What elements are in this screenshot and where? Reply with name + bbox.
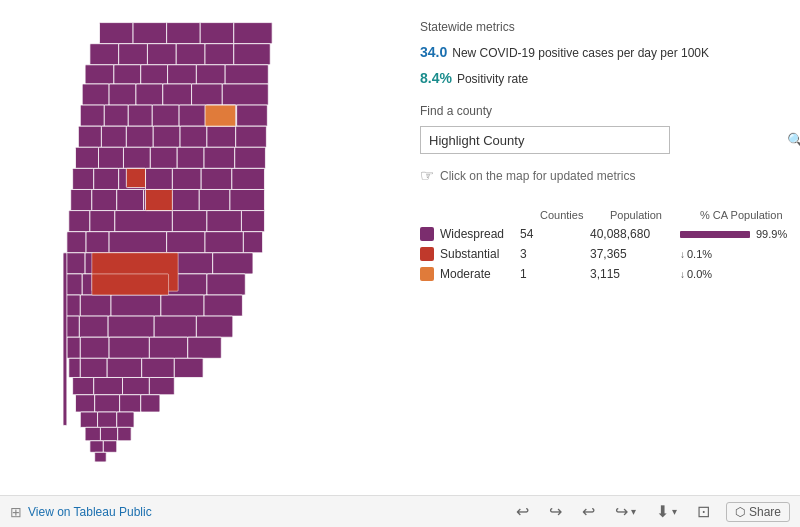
svg-rect-41	[177, 147, 204, 168]
svg-rect-119	[126, 168, 145, 187]
svg-rect-1	[133, 22, 167, 43]
main-container: Statewide metrics 34.0 New COVID-19 posi…	[0, 0, 800, 495]
svg-rect-92	[109, 337, 149, 358]
metric2-value: 8.4%	[420, 70, 452, 86]
substantial-pct: 0.1%	[687, 248, 712, 260]
svg-rect-107	[141, 394, 160, 411]
svg-rect-109	[98, 412, 117, 427]
svg-rect-117	[63, 252, 67, 425]
moderate-bar-container: ↓ 0.0%	[680, 268, 790, 280]
svg-rect-110	[117, 412, 134, 427]
substantial-pop: 37,365	[590, 247, 680, 261]
svg-rect-99	[174, 358, 203, 377]
metric2-row: 8.4% Positivity rate	[420, 70, 800, 86]
fullscreen-button[interactable]: ⊡	[693, 500, 714, 523]
share-label: Share	[749, 505, 781, 519]
svg-rect-94	[188, 337, 222, 358]
share-icon: ⬡	[735, 505, 745, 519]
svg-rect-47	[146, 168, 173, 189]
toolbar-right: ↩ ↪ ↩ ↪ ▾ ⬇ ▾ ⊡ ⬡ Share	[512, 500, 790, 523]
table-row: Widespread 54 40,088,680 99.9%	[420, 227, 800, 241]
svg-rect-50	[232, 168, 265, 189]
toolbar: ⊞ View on Tableau Public ↩ ↪ ↩ ↪ ▾ ⬇ ▾ ⊡…	[0, 495, 800, 527]
statewide-label: Statewide metrics	[420, 20, 800, 34]
data-table: Counties Population % CA Population Wide…	[420, 209, 800, 287]
svg-rect-4	[234, 22, 272, 43]
moderate-swatch	[420, 267, 434, 281]
svg-rect-35	[207, 126, 236, 147]
svg-rect-24	[104, 105, 128, 126]
svg-rect-45	[94, 168, 119, 189]
svg-rect-56	[199, 189, 230, 210]
svg-rect-95	[69, 358, 81, 377]
svg-rect-87	[108, 316, 154, 337]
svg-rect-21	[192, 83, 223, 104]
substantial-bar-container: ↓ 0.1%	[680, 248, 790, 260]
svg-rect-70	[66, 252, 85, 273]
widespread-bar-container: 99.9%	[680, 228, 790, 240]
svg-rect-104	[76, 394, 95, 411]
svg-rect-33	[153, 126, 180, 147]
svg-rect-105	[95, 394, 120, 411]
search-input[interactable]	[420, 126, 670, 154]
svg-rect-14	[168, 64, 197, 83]
widespread-bar	[680, 231, 750, 238]
svg-rect-39	[123, 147, 150, 168]
svg-rect-85	[66, 316, 79, 337]
svg-rect-32	[126, 126, 153, 147]
svg-rect-63	[241, 210, 264, 231]
svg-rect-0	[99, 22, 133, 43]
svg-rect-61	[172, 210, 207, 231]
svg-rect-112	[100, 427, 117, 440]
download-button[interactable]: ⬇ ▾	[652, 500, 681, 523]
widespread-swatch	[420, 227, 434, 241]
svg-rect-65	[86, 231, 109, 252]
svg-rect-122	[92, 273, 169, 294]
widespread-label: Widespread	[440, 227, 520, 241]
svg-rect-90	[67, 337, 80, 358]
svg-rect-82	[111, 295, 161, 316]
svg-rect-84	[204, 295, 242, 316]
svg-rect-38	[99, 147, 124, 168]
share-button[interactable]: ⬡ Share	[726, 502, 790, 522]
svg-rect-10	[234, 43, 270, 64]
svg-rect-64	[67, 231, 86, 252]
california-map[interactable]	[25, 13, 385, 483]
svg-rect-114	[90, 440, 103, 452]
svg-rect-23	[80, 105, 104, 126]
svg-rect-57	[230, 189, 265, 210]
svg-rect-51	[71, 189, 92, 210]
map-area[interactable]	[10, 10, 400, 485]
svg-rect-97	[107, 358, 142, 377]
substantial-swatch	[420, 247, 434, 261]
svg-rect-103	[149, 377, 174, 394]
svg-rect-8	[176, 43, 205, 64]
table-header: Counties Population % CA Population	[420, 209, 800, 221]
svg-rect-6	[119, 43, 148, 64]
svg-rect-55	[170, 189, 199, 210]
svg-rect-27	[179, 105, 206, 126]
svg-rect-40	[150, 147, 177, 168]
search-box-container[interactable]: 🔍	[420, 126, 800, 154]
svg-rect-15	[196, 64, 225, 83]
substantial-label: Substantial	[440, 247, 520, 261]
svg-rect-116	[95, 452, 107, 462]
svg-rect-111	[85, 427, 100, 440]
redo-button[interactable]: ↪	[545, 500, 566, 523]
svg-rect-106	[120, 394, 141, 411]
svg-rect-36	[236, 126, 267, 147]
back-button[interactable]: ↩	[578, 500, 599, 523]
svg-rect-12	[114, 64, 141, 83]
view-on-tableau-label[interactable]: View on Tableau Public	[28, 505, 152, 519]
forward-button[interactable]: ↪ ▾	[611, 500, 640, 523]
svg-rect-17	[82, 83, 109, 104]
undo-button[interactable]: ↩	[512, 500, 533, 523]
toolbar-left: ⊞ View on Tableau Public	[10, 504, 152, 520]
svg-rect-11	[85, 64, 114, 83]
svg-rect-49	[201, 168, 232, 189]
svg-rect-60	[115, 210, 173, 231]
search-button[interactable]: 🔍	[787, 132, 800, 148]
svg-rect-3	[200, 22, 234, 43]
hand-icon: ☞	[420, 166, 434, 185]
svg-rect-75	[65, 273, 82, 294]
